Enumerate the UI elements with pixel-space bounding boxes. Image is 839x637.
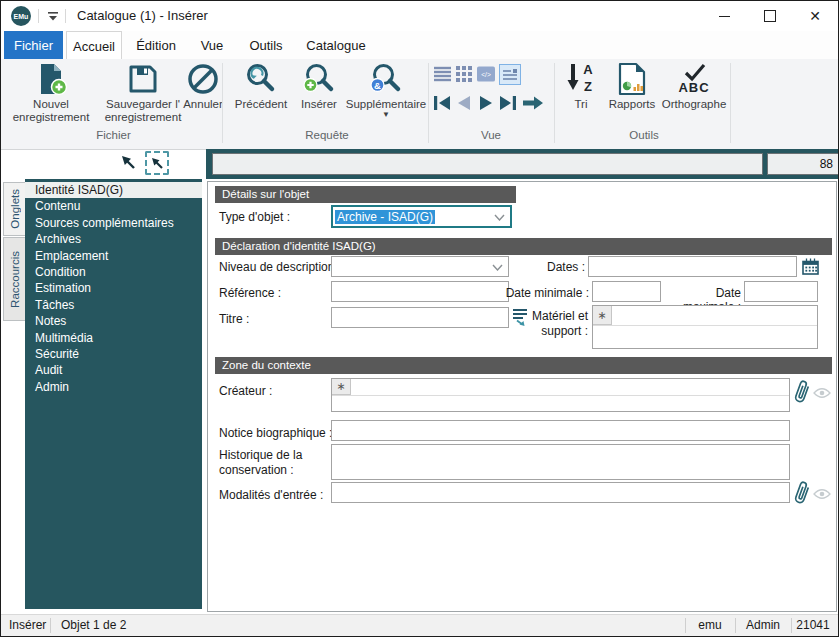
notice-biographique-label: Notice biographique : (219, 426, 332, 440)
sidebar-tab-onglets[interactable]: Onglets (3, 182, 26, 236)
insert-button[interactable]: Insérer (295, 62, 343, 111)
list-view-button[interactable] (433, 65, 451, 83)
ribbon-group-vue-label: Vue (431, 129, 551, 141)
sidebar-item-estimation[interactable]: Estimation (25, 280, 202, 296)
previous-record-button[interactable] (453, 93, 475, 113)
modalites-entree-input[interactable] (331, 482, 790, 503)
tab-fichier[interactable]: Fichier (4, 31, 63, 59)
group-separator (554, 63, 555, 143)
close-button[interactable]: ✕ (792, 1, 838, 31)
sidebar-item-sources-complementaires[interactable]: Sources complémentaires (25, 215, 202, 231)
sort-button[interactable]: A Z Tri (561, 62, 601, 111)
sidebar-item-archives[interactable]: Archives (25, 231, 202, 247)
app-logo-text: EMu (14, 13, 29, 20)
svg-text:A: A (583, 62, 593, 77)
grid-view-button[interactable] (455, 65, 473, 83)
maximize-button[interactable] (747, 1, 792, 31)
select-pointer-button[interactable] (119, 153, 137, 174)
niveau-description-select[interactable] (331, 256, 509, 277)
tab-edition[interactable]: Édition (129, 31, 183, 59)
type-objet-value: Archive - ISAD(G) (335, 210, 435, 224)
previous-query-icon (229, 62, 293, 98)
date-minimale-input[interactable] (592, 281, 661, 302)
sidebar-item-emplacement[interactable]: Emplacement (25, 248, 202, 264)
group-separator (428, 63, 429, 143)
status-separator (685, 618, 686, 633)
details-view-button[interactable] (499, 64, 521, 85)
tab-outils[interactable]: Outils (241, 31, 291, 59)
tab-vue[interactable]: Vue (191, 31, 233, 59)
reports-icon (603, 62, 661, 98)
materiel-support-grid[interactable]: ∗ (592, 305, 818, 349)
calendar-icon[interactable] (802, 258, 819, 278)
group-separator (730, 63, 731, 143)
status-separator (791, 618, 792, 633)
sidebar-item-taches[interactable]: Tâches (25, 297, 202, 313)
spelling-button[interactable]: ABC Orthographe (661, 62, 727, 111)
sidebar-item-securite[interactable]: Sécurité (25, 346, 202, 362)
status-user: Admin (737, 615, 789, 636)
new-record-button[interactable]: Nouvel enregistrement (3, 62, 99, 124)
titre-input[interactable] (331, 307, 509, 328)
goto-record-button[interactable] (521, 93, 543, 113)
save-record-button[interactable]: Sauvegarder l' enregistrement (99, 62, 187, 124)
next-record-button[interactable] (475, 93, 497, 113)
first-record-button[interactable] (431, 93, 453, 113)
maximize-icon (764, 10, 776, 22)
record-count-box: 88 (767, 153, 839, 175)
date-maximale-input[interactable] (744, 281, 818, 302)
group-separator (222, 63, 223, 143)
insert-icon (295, 62, 343, 98)
materiel-support-label: Matériel et support : (517, 309, 588, 339)
sidebar-item-audit[interactable]: Audit (25, 362, 202, 378)
tab-accueil[interactable]: Accueil (66, 31, 122, 60)
createur-label: Créateur : (219, 384, 272, 398)
app-logo-icon[interactable]: EMu (11, 6, 31, 26)
tab-catalogue[interactable]: Catalogue (301, 31, 371, 59)
reports-button[interactable]: Rapports (603, 62, 661, 111)
eye-icon[interactable] (813, 488, 831, 503)
grid-row-header: ∗ (332, 379, 351, 395)
sidebar-item-multimedia[interactable]: Multimédia (25, 330, 202, 346)
type-objet-select[interactable]: Archive - ISAD(G) (331, 205, 512, 228)
minimize-button[interactable] (702, 1, 747, 31)
sidebar-tab-raccourcis[interactable]: Raccourcis (3, 237, 26, 321)
eye-icon[interactable] (813, 387, 831, 402)
window-title: Catalogue (1) - Insérer (77, 8, 208, 23)
historique-conservation-input[interactable] (331, 444, 790, 480)
select-region-button[interactable] (145, 151, 169, 175)
sidebar-item-contenu[interactable]: Contenu (25, 198, 202, 214)
dates-input[interactable] (588, 256, 797, 277)
ribbon: Nouvel enregistrement Sauvegarder l' enr… (1, 59, 838, 150)
status-separator (50, 618, 51, 633)
quick-access-dropdown-icon[interactable] (47, 10, 59, 25)
last-record-button[interactable] (497, 93, 519, 113)
spelling-icon: ABC (661, 62, 727, 98)
chevron-down-icon (494, 210, 505, 224)
date-minimale-label: Date minimale : (501, 286, 589, 300)
sidebar-item-admin[interactable]: Admin (25, 379, 202, 395)
ribbon-tab-row: Fichier Accueil Édition Vue Outils Catal… (1, 31, 838, 59)
summary-bar[interactable] (212, 153, 763, 175)
modalites-entree-label: Modalités d'entrée : (219, 488, 323, 502)
notice-biographique-input[interactable] (331, 420, 790, 441)
section-header-identity: Déclaration d'identité ISAD(G) (215, 238, 832, 255)
cancel-icon (179, 62, 227, 98)
type-objet-label: Type d'objet : (219, 210, 290, 224)
sidebar-item-notes[interactable]: Notes (25, 313, 202, 329)
createur-grid[interactable]: ∗ (331, 378, 790, 412)
save-icon (99, 62, 187, 98)
previous-query-button[interactable]: Précédent (229, 62, 293, 111)
sidebar-item-identite-isadg[interactable]: Identité ISAD(G) (25, 182, 202, 198)
sort-icon: A Z (561, 62, 601, 98)
grid-row-divider (332, 395, 789, 396)
sidebar-item-condition[interactable]: Condition (25, 264, 202, 280)
code-view-button[interactable]: </> (477, 65, 495, 83)
reference-input[interactable] (331, 281, 509, 302)
additional-query-button[interactable]: & Supplémentaire ▼ (345, 62, 427, 119)
cancel-button[interactable]: Annuler (179, 62, 227, 111)
grid-row-header: ∗ (593, 306, 612, 325)
niveau-description-label: Niveau de description : (219, 260, 341, 274)
section-header-details: Détails sur l'objet (215, 186, 516, 203)
status-bar: Insérer Objet 1 de 2 emu Admin 21041 (1, 614, 838, 636)
